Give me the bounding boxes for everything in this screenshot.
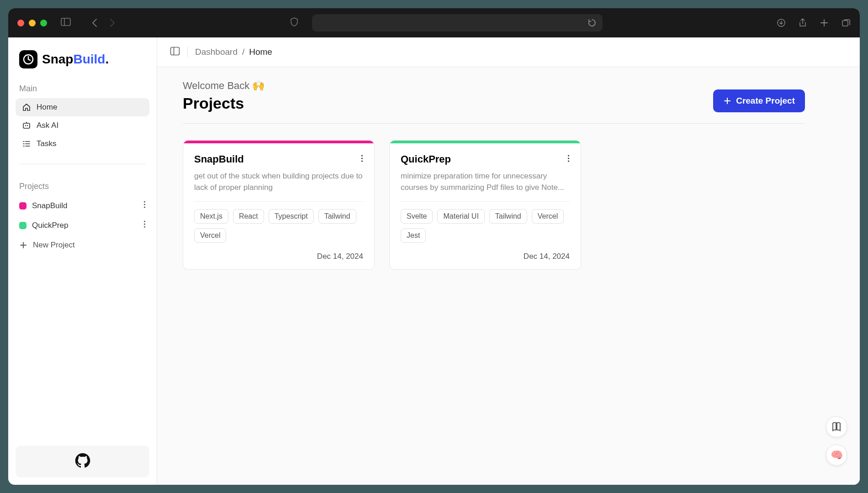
project-more-icon[interactable] <box>143 200 146 211</box>
reload-icon[interactable] <box>588 19 596 27</box>
plus-icon <box>723 97 731 105</box>
breadcrumb-root[interactable]: Dashboard <box>195 47 238 57</box>
panel-toggle-icon[interactable] <box>170 47 180 58</box>
sidebar: SnapBuild. Main Home Ask AI Tasks Projec… <box>8 37 157 485</box>
tech-tag: Next.js <box>194 209 228 224</box>
svg-point-19 <box>568 155 569 156</box>
home-icon <box>22 103 31 112</box>
svg-point-8 <box>144 201 145 202</box>
url-bar[interactable] <box>312 14 603 31</box>
create-project-label: Create Project <box>736 96 795 106</box>
topbar: Dashboard / Home <box>157 37 860 67</box>
card-title: QuickPrep <box>401 153 451 165</box>
breadcrumb-sep: / <box>242 47 244 57</box>
back-icon[interactable] <box>91 18 98 27</box>
brain-icon: 🧠 <box>831 449 843 461</box>
titlebar-right-actions <box>777 18 851 27</box>
card-description: minimize preparation time for unnecessar… <box>401 171 570 193</box>
svg-point-6 <box>25 125 26 126</box>
tech-tag: Tailwind <box>489 209 527 224</box>
project-card[interactable]: SnapBuildget out of the stuck when build… <box>183 140 375 270</box>
app-name: SnapBuild. <box>42 52 109 67</box>
tech-tag: Typescript <box>269 209 314 224</box>
card-tags: SvelteMaterial UITailwindVercelJest <box>401 209 570 243</box>
sidebar-section-main: Main <box>16 78 149 98</box>
clock-icon <box>19 50 37 68</box>
tasks-icon <box>22 139 31 148</box>
forward-icon[interactable] <box>109 18 116 27</box>
svg-point-16 <box>361 155 363 156</box>
browser-window: SnapBuild. Main Home Ask AI Tasks Projec… <box>8 8 860 485</box>
sidebar-divider <box>19 164 146 164</box>
page-title: Projects <box>183 94 265 112</box>
svg-rect-5 <box>23 123 30 128</box>
card-divider <box>194 201 363 202</box>
sidebar-item-label: Home <box>37 103 57 112</box>
nav-arrows <box>91 18 116 27</box>
breadcrumb: Dashboard / Home <box>195 47 272 57</box>
browser-sidebar-icon[interactable] <box>61 18 71 28</box>
svg-point-17 <box>361 157 363 159</box>
maximize-window-button[interactable] <box>40 20 47 26</box>
app: SnapBuild. Main Home Ask AI Tasks Projec… <box>8 37 860 485</box>
svg-point-13 <box>144 226 145 227</box>
svg-point-21 <box>568 160 569 162</box>
svg-rect-14 <box>171 47 180 55</box>
svg-rect-3 <box>842 21 848 26</box>
project-cards: SnapBuildget out of the stuck when build… <box>183 140 805 270</box>
new-project-button[interactable]: New Project <box>16 235 149 255</box>
create-project-button[interactable]: Create Project <box>713 89 805 112</box>
card-more-icon[interactable] <box>567 154 570 164</box>
sidebar-item-ask-ai[interactable]: Ask AI <box>16 116 149 135</box>
project-color-dot <box>19 202 26 210</box>
book-icon <box>831 422 842 432</box>
project-color-dot <box>19 222 26 229</box>
svg-point-10 <box>144 206 145 208</box>
new-project-label: New Project <box>33 241 75 250</box>
close-window-button[interactable] <box>17 20 24 26</box>
sidebar-project-snapbuild[interactable]: SnapBuild <box>16 196 149 215</box>
docs-button[interactable] <box>826 416 847 437</box>
card-date: Dec 14, 2024 <box>401 252 570 261</box>
svg-point-11 <box>144 220 145 222</box>
shield-icon[interactable] <box>290 17 298 28</box>
sidebar-item-label: Ask AI <box>37 121 58 130</box>
new-tab-icon[interactable] <box>820 18 829 27</box>
project-more-icon[interactable] <box>143 220 146 231</box>
svg-point-9 <box>144 204 145 205</box>
sidebar-project-label: SnapBuild <box>32 201 68 210</box>
page-header: Welcome Back 🙌 Projects Create Project <box>183 80 805 124</box>
traffic-lights <box>17 20 47 26</box>
plus-icon <box>19 241 27 249</box>
tech-tag: Vercel <box>532 209 564 224</box>
sidebar-section-projects: Projects <box>16 175 149 196</box>
share-icon[interactable] <box>799 18 807 27</box>
svg-point-12 <box>144 223 145 225</box>
sidebar-item-home[interactable]: Home <box>16 98 149 116</box>
svg-point-18 <box>361 160 363 162</box>
card-date: Dec 14, 2024 <box>194 252 363 261</box>
svg-rect-0 <box>61 18 70 26</box>
tech-tag: Tailwind <box>318 209 356 224</box>
tabs-icon[interactable] <box>842 18 851 27</box>
sidebar-project-quickprep[interactable]: QuickPrep <box>16 215 149 235</box>
sidebar-footer <box>16 446 149 477</box>
card-more-icon[interactable] <box>361 154 363 164</box>
card-description: get out of the stuck when building proje… <box>194 171 363 193</box>
card-divider <box>401 201 570 202</box>
main: Dashboard / Home Welcome Back 🙌 Projects… <box>157 37 860 485</box>
app-logo[interactable]: SnapBuild. <box>16 45 149 78</box>
sidebar-item-tasks[interactable]: Tasks <box>16 135 149 153</box>
download-icon[interactable] <box>777 18 786 27</box>
tech-tag: Jest <box>401 228 426 243</box>
tech-tag: Vercel <box>194 228 226 243</box>
card-title: SnapBuild <box>194 153 244 165</box>
svg-point-7 <box>27 125 28 126</box>
floating-actions: 🧠 <box>826 416 847 466</box>
github-icon[interactable] <box>75 453 90 470</box>
svg-point-20 <box>568 157 569 159</box>
minimize-window-button[interactable] <box>29 20 36 26</box>
breadcrumb-current: Home <box>249 47 272 57</box>
project-card[interactable]: QuickPrepminimize preparation time for u… <box>389 140 581 270</box>
ai-assistant-button[interactable]: 🧠 <box>826 445 847 466</box>
